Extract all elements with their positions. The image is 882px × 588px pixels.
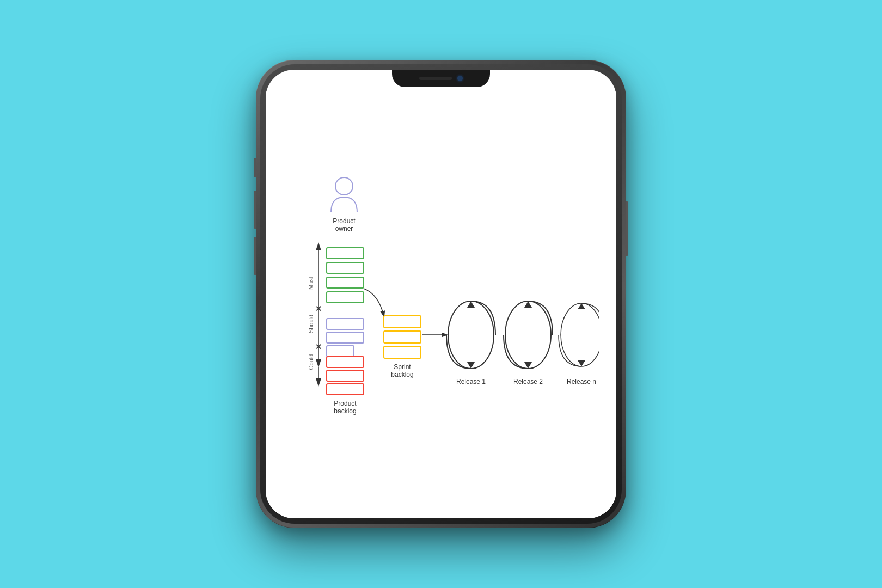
release2-ellipse (505, 301, 551, 369)
sprint-item-3 (384, 346, 421, 358)
sprint-item-2 (384, 331, 421, 343)
phone-notch (392, 70, 490, 87)
mute-button (254, 158, 256, 177)
diagram-svg: Product owner Must Should Could (283, 158, 599, 452)
screen-content: Product owner Must Should Could (266, 91, 616, 518)
product-owner-label2: owner (335, 225, 353, 232)
must-item-4 (327, 292, 364, 303)
svg-marker-8 (467, 362, 475, 369)
must-item-2 (327, 262, 364, 273)
sprint-backlog-label2: backlog (391, 371, 413, 378)
should-item-1 (327, 318, 364, 329)
phone-mockup: Product owner Must Should Could (256, 60, 626, 528)
sprint-backlog-label: Sprint (394, 363, 411, 371)
should-item-3 (327, 346, 354, 357)
releasen-label: Release n (567, 378, 596, 385)
should-item-2 (327, 332, 364, 343)
svg-marker-11 (578, 303, 585, 309)
should-label: Should (308, 315, 314, 333)
speaker-grille (419, 77, 452, 80)
front-camera (457, 76, 463, 81)
scrum-diagram: Product owner Must Should Could (277, 102, 605, 507)
could-item-1 (327, 357, 364, 367)
svg-marker-3 (316, 359, 321, 367)
must-label: Must (308, 277, 314, 290)
could-label: Could (308, 354, 314, 370)
person-icon (331, 177, 357, 212)
volume-down-button (254, 237, 256, 275)
could-item-3 (327, 384, 364, 395)
could-item-2 (327, 370, 364, 381)
product-owner-label: Product (333, 217, 356, 225)
product-backlog-label: Product (334, 400, 357, 407)
svg-marker-2 (316, 242, 321, 250)
must-item-3 (327, 277, 364, 288)
releasen-ellipse (561, 303, 599, 366)
product-backlog-label2: backlog (334, 407, 356, 415)
power-button (626, 201, 628, 256)
svg-marker-10 (524, 362, 532, 369)
x-marker-2: ✕ (315, 342, 322, 351)
volume-up-button (254, 191, 256, 229)
svg-marker-5 (316, 378, 321, 387)
x-marker-1: ✕ (315, 304, 322, 313)
sprint-item-1 (384, 316, 421, 328)
must-item-1 (327, 248, 364, 259)
phone-screen: Product owner Must Should Could (266, 70, 616, 518)
svg-marker-9 (524, 301, 532, 308)
svg-point-0 (335, 177, 353, 195)
release2-label: Release 2 (513, 378, 543, 385)
svg-marker-7 (467, 301, 475, 308)
release1-ellipse (448, 301, 494, 369)
release1-label: Release 1 (456, 378, 486, 385)
svg-marker-12 (578, 360, 585, 366)
